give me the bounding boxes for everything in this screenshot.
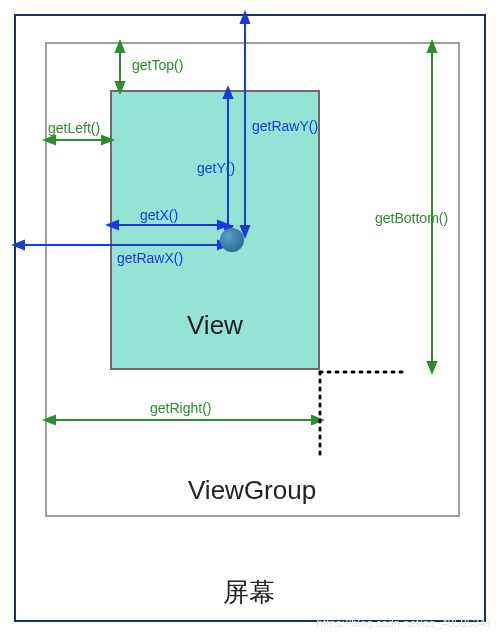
watermark: https://blog.csdn.net/qq_40595341	[317, 617, 492, 629]
label-getright: getRight()	[150, 400, 211, 416]
label-view: View	[187, 310, 243, 341]
label-getrawx: getRawX()	[117, 250, 183, 266]
touch-point-icon	[220, 228, 244, 252]
label-getleft: getLeft()	[48, 120, 100, 136]
label-screen: 屏幕	[223, 575, 275, 610]
label-gety: getY()	[197, 160, 235, 176]
label-gettop: getTop()	[132, 57, 183, 73]
label-getx: getX()	[140, 207, 178, 223]
label-getbottom: getBottom()	[375, 210, 448, 226]
label-getrawy: getRawY()	[252, 118, 318, 134]
label-viewgroup: ViewGroup	[188, 475, 316, 506]
